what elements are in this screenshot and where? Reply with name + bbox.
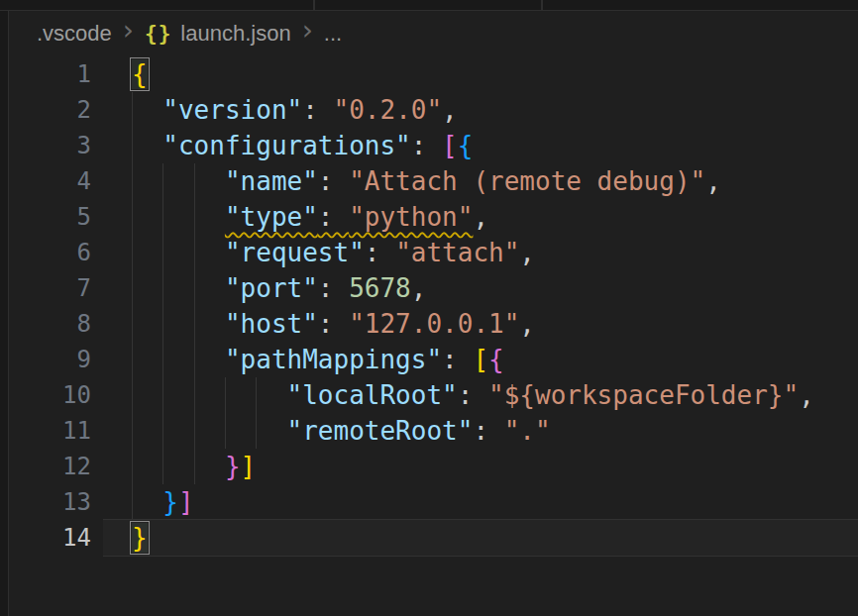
code-line[interactable]: 2 "version": "0.2.0", bbox=[9, 92, 858, 128]
code-line-content[interactable]: "host": "127.0.0.1", bbox=[132, 306, 858, 342]
line-number[interactable]: 1 bbox=[9, 56, 91, 92]
tab-bar-bottom-edge bbox=[0, 0, 858, 11]
code-line[interactable]: 12 }] bbox=[9, 449, 858, 484]
chevron-right-icon: › bbox=[123, 17, 134, 45]
code-line[interactable]: 10 "localRoot": "${workspaceFolder}", bbox=[9, 377, 858, 413]
code-token: "0.2.0" bbox=[334, 95, 443, 125]
code-token bbox=[132, 131, 162, 160]
code-token: 5678 bbox=[349, 273, 411, 303]
editor[interactable]: .vscode › {} launch.json › ... 1{2 "vers… bbox=[9, 12, 858, 616]
code-token: ] bbox=[241, 452, 257, 481]
line-number[interactable]: 13 bbox=[9, 484, 91, 520]
code-token: "python" bbox=[349, 202, 473, 232]
line-number[interactable]: 6 bbox=[9, 235, 91, 270]
window-left-edge bbox=[0, 0, 9, 616]
code-area[interactable]: 1{2 "version": "0.2.0",3 "configurations… bbox=[9, 56, 858, 556]
line-number[interactable]: 2 bbox=[9, 92, 91, 128]
code-line-content[interactable]: "request": "attach", bbox=[132, 235, 858, 270]
bracket-match: { bbox=[132, 59, 148, 89]
code-token: "remoteRoot" bbox=[287, 416, 474, 446]
breadcrumb-symbol-more[interactable]: ... bbox=[324, 21, 342, 47]
code-token bbox=[132, 309, 225, 339]
code-line-content[interactable]: "localRoot": "${workspaceFolder}", bbox=[132, 377, 858, 413]
line-number[interactable]: 5 bbox=[9, 199, 91, 235]
bracket-match: } bbox=[132, 523, 148, 553]
breadcrumb-file[interactable]: launch.json bbox=[180, 21, 290, 47]
warning-squiggle: "type": "python" bbox=[225, 202, 473, 232]
code-token bbox=[132, 238, 225, 267]
code-token: : bbox=[473, 416, 503, 446]
code-token bbox=[132, 166, 225, 196]
code-token: "host" bbox=[225, 309, 318, 339]
code-token: [ bbox=[473, 345, 488, 374]
code-line-content[interactable]: }] bbox=[132, 484, 858, 520]
code-token: , bbox=[519, 238, 535, 267]
line-number[interactable]: 9 bbox=[9, 342, 91, 377]
code-line[interactable]: 1{ bbox=[9, 56, 858, 92]
code-token: : bbox=[318, 309, 349, 339]
code-token bbox=[132, 95, 162, 125]
code-token: "Attach (remote debug)" bbox=[349, 166, 705, 196]
code-line[interactable]: 4 "name": "Attach (remote debug)", bbox=[9, 163, 858, 199]
code-token bbox=[132, 452, 225, 481]
line-number[interactable]: 4 bbox=[9, 163, 91, 199]
code-token: "${workspaceFolder}" bbox=[488, 380, 799, 410]
line-number[interactable]: 3 bbox=[9, 128, 91, 163]
code-token: } bbox=[162, 487, 178, 517]
code-line-content[interactable]: "remoteRoot": "." bbox=[132, 413, 858, 449]
code-token: "localRoot" bbox=[287, 380, 458, 410]
code-line-content[interactable]: "pathMappings": [{ bbox=[132, 342, 858, 377]
code-line[interactable]: 13 }] bbox=[9, 484, 858, 520]
line-number[interactable]: 8 bbox=[9, 306, 91, 342]
code-token: : bbox=[458, 380, 488, 410]
chevron-right-icon: › bbox=[302, 17, 313, 45]
line-number[interactable]: 10 bbox=[9, 377, 91, 413]
code-line-content[interactable]: "version": "0.2.0", bbox=[132, 92, 858, 128]
code-line-content[interactable]: { bbox=[132, 56, 858, 92]
line-number[interactable]: 14 bbox=[9, 520, 91, 556]
code-token: , bbox=[519, 309, 535, 339]
code-token: : bbox=[411, 131, 442, 160]
line-number[interactable]: 11 bbox=[9, 413, 91, 449]
code-line-content[interactable]: }] bbox=[132, 449, 858, 484]
code-line-content[interactable]: "port": 5678, bbox=[132, 270, 858, 306]
breadcrumb-folder[interactable]: .vscode bbox=[37, 21, 112, 47]
tab-separator bbox=[313, 0, 315, 10]
code-token bbox=[132, 380, 287, 410]
code-token: : bbox=[365, 238, 395, 267]
code-line[interactable]: 11 "remoteRoot": "." bbox=[9, 413, 858, 449]
tab-separator bbox=[541, 0, 543, 10]
code-line-content[interactable]: "configurations": [{ bbox=[132, 128, 858, 163]
code-token bbox=[132, 202, 225, 232]
code-token bbox=[132, 416, 287, 446]
code-token: : bbox=[318, 166, 349, 196]
code-token: : bbox=[302, 95, 333, 125]
code-token: "127.0.0.1" bbox=[349, 309, 519, 339]
code-token bbox=[132, 273, 225, 303]
code-token: } bbox=[225, 452, 241, 481]
code-line[interactable]: 6 "request": "attach", bbox=[9, 235, 858, 270]
code-line[interactable]: 7 "port": 5678, bbox=[9, 270, 858, 306]
code-token: "port" bbox=[225, 273, 318, 303]
code-token: "type" bbox=[225, 202, 318, 232]
code-token bbox=[132, 487, 162, 517]
code-line[interactable]: 9 "pathMappings": [{ bbox=[9, 342, 858, 377]
code-line-content[interactable]: "name": "Attach (remote debug)", bbox=[132, 163, 858, 199]
code-token bbox=[132, 345, 225, 374]
code-line[interactable]: 5 "type": "python", bbox=[9, 199, 858, 235]
code-line-content[interactable]: } bbox=[132, 520, 858, 556]
code-token: "version" bbox=[162, 95, 302, 125]
line-number[interactable]: 7 bbox=[9, 270, 91, 306]
code-line-content[interactable]: "type": "python", bbox=[132, 199, 858, 235]
code-token: { bbox=[458, 131, 474, 160]
code-line[interactable]: 14} bbox=[9, 520, 858, 556]
breadcrumb: .vscode › {} launch.json › ... bbox=[9, 12, 858, 56]
code-token: [ bbox=[442, 131, 458, 160]
code-token: , bbox=[473, 202, 488, 232]
line-number[interactable]: 12 bbox=[9, 449, 91, 484]
code-line[interactable]: 8 "host": "127.0.0.1", bbox=[9, 306, 858, 342]
code-token: , bbox=[705, 166, 721, 196]
code-token: : bbox=[442, 345, 473, 374]
code-line[interactable]: 3 "configurations": [{ bbox=[9, 128, 858, 163]
code-token: "name" bbox=[225, 166, 318, 196]
